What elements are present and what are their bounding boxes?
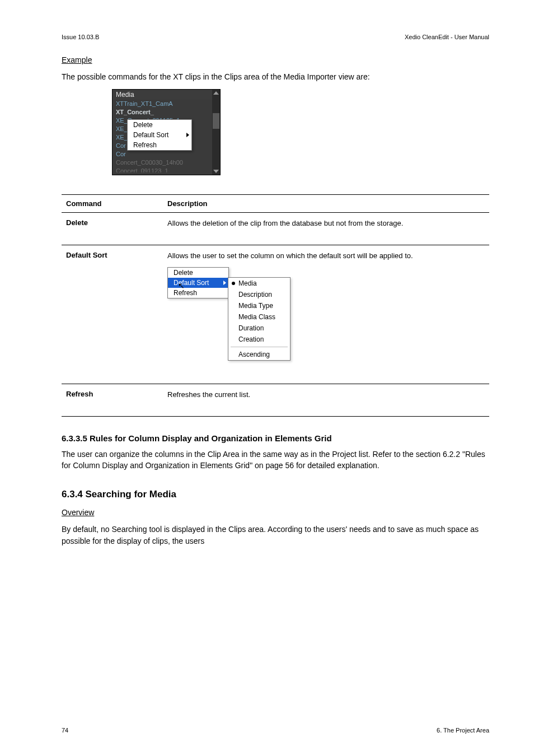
scroll-up-icon[interactable] (213, 91, 219, 95)
submenu-item-creation[interactable]: Creation (228, 334, 290, 345)
command-desc: Allows the user to set the column on whi… (163, 245, 489, 384)
menu-item-label: Default Sort (133, 131, 168, 139)
submenu-arrow-icon (223, 281, 226, 285)
col-description: Description (163, 195, 489, 213)
section-heading-search: 6.3.4 Searching for Media (62, 489, 489, 500)
default-sort-submenu: Media Description Media Type Media Class… (228, 277, 291, 361)
page-header: Issue 10.03.B Xedio CleanEdit - User Man… (62, 34, 489, 41)
footer-page-number: 74 (62, 727, 68, 734)
scroll-thumb[interactable] (213, 113, 219, 129)
menu-item-delete[interactable]: Delete (128, 120, 191, 130)
commands-table: Command Description Delete Allows the de… (62, 194, 489, 417)
rules-text: The user can organize the columns in the… (62, 449, 489, 472)
command-desc: Allows the deletion of the clip from the… (163, 213, 489, 245)
menu-separator (231, 347, 288, 347)
table-row: Delete Allows the deletion of the clip f… (62, 213, 489, 245)
figure-default-sort-submenu: Delete Default Sort Refresh ↖ Media (167, 267, 313, 368)
list-item[interactable]: Cor (113, 150, 220, 158)
context-menu: Delete Default Sort Refresh (127, 119, 192, 151)
list-item[interactable]: Concert_C00030_14h00 (113, 158, 220, 167)
table-row: Default Sort Allows the user to set the … (62, 245, 489, 384)
submenu-arrow-icon (186, 133, 189, 137)
menu-item-default-sort[interactable]: Default Sort (168, 278, 228, 288)
figure-media-list: Media XTTrain_XT1_CamA XT_Concert_ XE_Co… (112, 89, 489, 175)
media-list-header: Media (113, 90, 220, 100)
list-item[interactable]: Concert_091123_1 (113, 167, 220, 172)
table-header-row: Command Description (62, 195, 489, 213)
section-heading-rules: 6.3.3.5 Rules for Column Display and Org… (62, 433, 489, 443)
page-footer: 74 6. The Project Area (62, 727, 489, 734)
table-row: Refresh Refreshes the current list. (62, 384, 489, 416)
list-item[interactable]: XT_Concert_ (113, 108, 220, 116)
menu-item-delete[interactable]: Delete (168, 268, 228, 278)
menu-item-default-sort[interactable]: Default Sort (128, 130, 191, 140)
submenu-item-duration[interactable]: Duration (228, 323, 290, 334)
submenu-item-description[interactable]: Description (228, 289, 290, 300)
submenu-item-ascending[interactable]: Ascending (228, 349, 290, 360)
command-name: Default Sort (62, 245, 163, 384)
submenu-item-label: Media (238, 279, 257, 287)
page: Issue 10.03.B Xedio CleanEdit - User Man… (0, 0, 534, 756)
submenu-item-media-type[interactable]: Media Type (228, 300, 290, 311)
menu-item-label: Default Sort (174, 279, 209, 287)
submenu-item-media-class[interactable]: Media Class (228, 311, 290, 323)
selected-bullet-icon (232, 282, 235, 285)
command-name: Refresh (62, 384, 163, 416)
list-item[interactable]: XTTrain_XT1_CamA (113, 100, 220, 108)
col-command: Command (62, 195, 163, 213)
scrollbar[interactable] (212, 90, 220, 175)
submenu-item-media[interactable]: Media (228, 278, 290, 289)
header-issue: Issue 10.03.B (62, 34, 99, 40)
media-list-panel: Media XTTrain_XT1_CamA XT_Concert_ XE_Co… (112, 89, 221, 175)
command-desc: Refreshes the current list. (163, 384, 489, 416)
example-heading: Example (62, 55, 489, 64)
command-name: Delete (62, 213, 163, 245)
header-manual: Xedio CleanEdit - User Manual (405, 34, 489, 41)
context-menu: Delete Default Sort Refresh ↖ (167, 267, 229, 298)
search-text: By default, no Searching tool is display… (62, 524, 489, 547)
menu-item-refresh[interactable]: Refresh (128, 140, 191, 150)
example-text: The possible commands for the XT clips i… (62, 71, 489, 82)
overview-subheading: Overview (62, 508, 489, 517)
menu-item-refresh[interactable]: Refresh (168, 288, 228, 298)
scroll-down-icon[interactable] (213, 170, 219, 173)
footer-chapter: 6. The Project Area (437, 727, 489, 734)
